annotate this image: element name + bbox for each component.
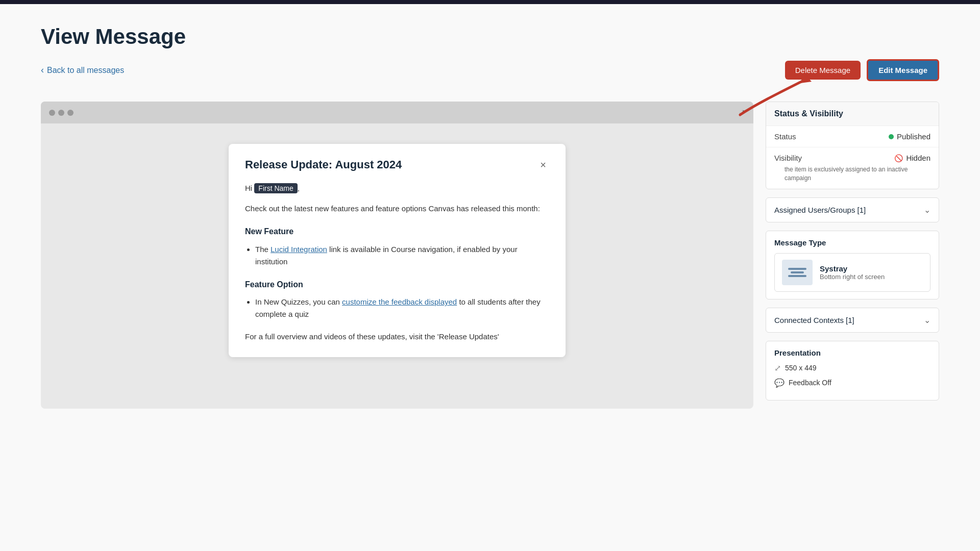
systray-name: Systray (820, 264, 885, 273)
dot-1 (49, 110, 55, 116)
message-type-label: Message Type (774, 238, 930, 247)
dimensions-value: 550 x 449 (785, 364, 817, 372)
preview-dots (49, 110, 74, 116)
chevron-down-icon: ⌄ (924, 205, 930, 215)
message-type-card: Systray Bottom right of screen (774, 253, 930, 292)
greeting-hi: Hi (245, 184, 252, 192)
dot-3 (67, 110, 74, 116)
expand-icon[interactable]: ⤢ (739, 108, 745, 117)
connected-contexts-label: Connected Contexts [1] (774, 316, 854, 324)
systray-bar-1 (788, 268, 806, 270)
feedback-value: Feedback Off (789, 379, 831, 387)
dimensions-row: ⤢ 550 x 449 (774, 363, 930, 373)
top-bar (0, 0, 980, 4)
status-visibility-title: Status & Visibility (766, 102, 939, 126)
status-visibility-section: Status & Visibility Status Published Vis… (766, 102, 939, 189)
section2-item-1: In New Quizzes, you can customize the fe… (255, 296, 549, 320)
visibility-label: Visibility (774, 154, 802, 162)
preview-content: Release Update: August 2024 × Hi First N… (41, 123, 753, 367)
systray-icon (782, 260, 813, 285)
back-chevron-icon: ‹ (41, 65, 44, 76)
toolbar-row: ‹ Back to all messages Delete Message Ed… (41, 59, 939, 81)
s2-text-before: In New Quizzes, you can (255, 297, 342, 306)
message-body: Hi First Name, Check out the latest new … (245, 182, 549, 343)
hidden-icon: 🚫 (894, 154, 903, 162)
lucid-integration-link[interactable]: Lucid Integration (271, 245, 327, 254)
section2-list: In New Quizzes, you can customize the fe… (255, 296, 549, 320)
greeting-comma: , (298, 184, 300, 192)
page-wrapper: View Message ‹ Back to all messages Dele… (0, 0, 980, 551)
partial-text: For a full overview and videos of these … (245, 331, 549, 343)
message-type-section: Message Type Systray Bottom right of scr… (766, 231, 939, 299)
status-row: Status Published (766, 126, 939, 147)
systray-text: Systray Bottom right of screen (820, 264, 885, 281)
presentation-section: Presentation ⤢ 550 x 449 💬 Feedback Off (766, 341, 939, 400)
message-preview-panel: ⤢ Release Update: August 2024 × Hi First… (41, 102, 753, 409)
message-card-header: Release Update: August 2024 × (245, 158, 549, 172)
back-link-label: Back to all messages (47, 66, 124, 75)
s1-text-before: The (255, 245, 271, 254)
assigned-users-accordion[interactable]: Assigned Users/Groups [1] ⌄ (766, 197, 939, 222)
visibility-value: 🚫 Hidden (894, 154, 930, 162)
connected-contexts-accordion[interactable]: Connected Contexts [1] ⌄ (766, 308, 939, 333)
presentation-label: Presentation (774, 348, 930, 357)
firstname-tag: First Name (254, 183, 297, 193)
visibility-row: Visibility 🚫 Hidden the item is exclusiv… (766, 147, 939, 189)
action-buttons: Delete Message Edit Message (785, 59, 939, 81)
systray-description: Bottom right of screen (820, 273, 885, 281)
status-value: Published (889, 132, 930, 141)
section1-item-1: The Lucid Integration link is available … (255, 243, 549, 268)
status-published-dot (889, 134, 894, 139)
systray-bar-2 (791, 271, 804, 273)
visibility-header: Visibility 🚫 Hidden (774, 154, 930, 162)
status-published-text: Published (897, 132, 930, 141)
message-card-title: Release Update: August 2024 (245, 158, 402, 171)
visibility-text: Hidden (906, 154, 930, 162)
visibility-note: the item is exclusively assigned to an i… (774, 165, 930, 183)
resize-icon: ⤢ (774, 363, 781, 373)
back-link[interactable]: ‹ Back to all messages (41, 65, 124, 76)
message-card: Release Update: August 2024 × Hi First N… (229, 144, 566, 357)
section1-list: The Lucid Integration link is available … (255, 243, 549, 268)
section2-heading: Feature Option (245, 278, 549, 291)
greeting-text: Hi First Name, (245, 182, 549, 194)
dot-2 (58, 110, 64, 116)
edit-message-button[interactable]: Edit Message (867, 59, 939, 81)
intro-text: Check out the latest new features and fe… (245, 203, 549, 215)
main-content: ⤢ Release Update: August 2024 × Hi First… (0, 102, 980, 429)
page-title: View Message (41, 24, 939, 49)
section1-heading: New Feature (245, 225, 549, 238)
delete-message-button[interactable]: Delete Message (785, 61, 861, 80)
systray-bar-3 (788, 275, 806, 277)
feedback-link[interactable]: customize the feedback displayed (342, 297, 457, 306)
feedback-icon: 💬 (774, 378, 785, 388)
header-area: View Message ‹ Back to all messages Dele… (0, 4, 980, 102)
feedback-row: 💬 Feedback Off (774, 378, 930, 388)
assigned-users-label: Assigned Users/Groups [1] (774, 206, 866, 214)
status-label: Status (774, 132, 796, 141)
sidebar-panel: Status & Visibility Status Published Vis… (766, 102, 939, 409)
close-button[interactable]: × (537, 158, 549, 172)
connected-contexts-chevron-icon: ⌄ (924, 315, 930, 325)
preview-header: ⤢ (41, 102, 753, 123)
